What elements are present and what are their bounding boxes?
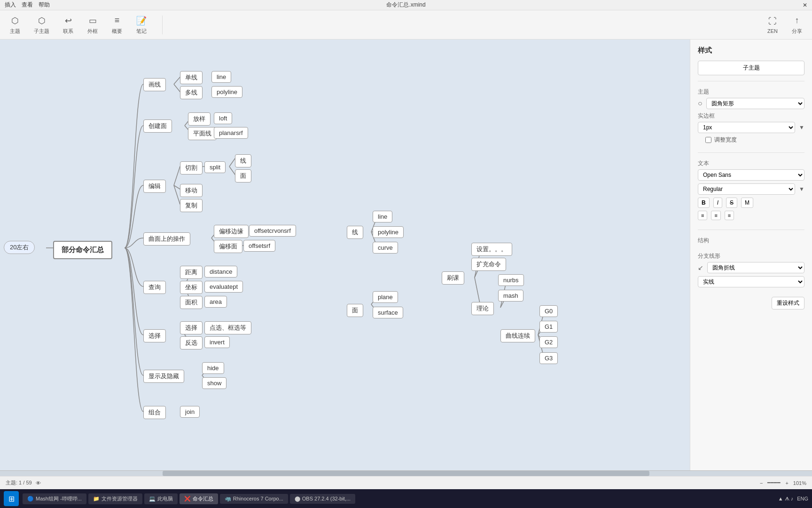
- node-mash[interactable]: mash: [498, 290, 523, 302]
- node-juli[interactable]: 距离: [180, 266, 203, 279]
- zoom-slider[interactable]: ━━━━: [767, 480, 781, 486]
- node-pianyi-mian[interactable]: 偏移面: [214, 240, 242, 253]
- node-huaxian[interactable]: 画线: [143, 78, 166, 91]
- node-nurbs[interactable]: nurbs: [498, 274, 524, 286]
- node-chuangjianmian[interactable]: 创建面: [143, 119, 172, 133]
- taskbar-item-explorer[interactable]: 📁 文件资源管理器: [88, 493, 142, 504]
- node-diankuang[interactable]: 点选、框选等: [204, 321, 251, 334]
- bold-button[interactable]: B: [698, 198, 710, 208]
- toolbar-share[interactable]: ↑ 分享: [791, 15, 803, 35]
- node-show[interactable]: show: [202, 377, 226, 389]
- align-center-button[interactable]: ≡: [711, 211, 720, 220]
- node-fanxuan[interactable]: 反选: [180, 336, 203, 349]
- node-shuke[interactable]: 刷课: [442, 271, 464, 285]
- taskbar-item-mypc[interactable]: 💻 此电脑: [144, 493, 178, 504]
- node-xian-edit[interactable]: 线: [235, 154, 251, 167]
- node-offsetsrf[interactable]: offsetsrf: [243, 240, 275, 252]
- node-danxian[interactable]: 单线: [180, 71, 203, 84]
- node-polyline1[interactable]: polyline: [211, 86, 242, 98]
- toolbar-zen[interactable]: ⛶ ZEN: [767, 16, 778, 34]
- italic-button[interactable]: I: [713, 198, 722, 208]
- node-pingmianxian[interactable]: 平面线: [188, 127, 217, 140]
- font-style-select[interactable]: Regular: [698, 183, 795, 195]
- scrollbar-thumb[interactable]: [163, 471, 650, 476]
- node-distance[interactable]: distance: [204, 266, 237, 278]
- taskbar-item-rhino[interactable]: 🦏 Rhinoceros 7 Corpo...: [220, 494, 288, 504]
- node-qiege[interactable]: 切割: [180, 161, 203, 175]
- node-qumian[interactable]: 曲面上的操作: [143, 232, 190, 246]
- adjust-width-checkbox[interactable]: [705, 137, 711, 143]
- node-area[interactable]: area: [204, 296, 227, 308]
- taskbar-item-mash[interactable]: 🔵 Mash组网 -哔哩哔...: [23, 493, 86, 504]
- titlebar-close[interactable]: ✕: [803, 2, 807, 8]
- subtopic-button[interactable]: 子主题: [698, 61, 804, 75]
- node-g1[interactable]: G1: [539, 321, 558, 333]
- node-curve-right[interactable]: curve: [373, 242, 398, 254]
- node-xuanze[interactable]: 选择: [143, 329, 166, 342]
- zoom-out-button[interactable]: −: [760, 480, 763, 486]
- line-style-select[interactable]: 实线: [698, 276, 804, 287]
- node-duoxian[interactable]: 多线: [180, 86, 203, 99]
- node-zuobiao[interactable]: 坐标: [180, 281, 203, 294]
- horizontal-scrollbar[interactable]: [0, 470, 812, 476]
- node-xianshi[interactable]: 显示及隐藏: [143, 370, 184, 383]
- node-mian-right[interactable]: 面: [347, 304, 363, 317]
- left-node[interactable]: 20左右: [4, 241, 35, 254]
- mindmap-canvas[interactable]: 部分命令汇总 20左右 画线 单线 line 多线 polyline 创建面: [0, 40, 690, 470]
- toolbar-frame[interactable]: ▭ 外框: [87, 15, 98, 35]
- menu-help[interactable]: 帮助: [39, 1, 50, 9]
- node-lilun[interactable]: 理论: [471, 302, 494, 315]
- zoom-in-button[interactable]: +: [785, 480, 788, 486]
- branch-shape-select[interactable]: 圆角折线: [707, 262, 804, 273]
- node-fuzhi[interactable]: 复制: [180, 199, 203, 212]
- node-hide[interactable]: hide: [202, 362, 224, 374]
- more-button[interactable]: M: [741, 198, 753, 208]
- menu-view[interactable]: 查看: [22, 1, 33, 9]
- taskbar-item-obs[interactable]: ⬤ OBS 27.2.4 (32-bit,...: [290, 494, 355, 504]
- node-xian-right[interactable]: 线: [347, 226, 363, 239]
- node-invert[interactable]: invert: [204, 336, 230, 348]
- node-mianji[interactable]: 面积: [180, 296, 203, 309]
- root-node[interactable]: 部分命令汇总: [53, 241, 112, 259]
- node-zuhe[interactable]: 组合: [143, 406, 166, 419]
- toolbar-subtopic[interactable]: ⬡ 子主题: [34, 15, 49, 35]
- node-chaxun[interactable]: 查询: [143, 281, 166, 294]
- toolbar-summary[interactable]: ≡ 概要: [111, 15, 123, 35]
- font-family-select[interactable]: Open Sans: [698, 169, 804, 181]
- node-plane[interactable]: plane: [373, 291, 398, 303]
- align-right-button[interactable]: ≡: [725, 211, 734, 220]
- menu-insert[interactable]: 插入: [5, 1, 16, 9]
- node-evaluatept[interactable]: evaluatept: [204, 281, 243, 293]
- start-button[interactable]: ⊞: [4, 491, 19, 506]
- node-xuanze-sub[interactable]: 选择: [180, 321, 203, 334]
- taskbar-item-xmind[interactable]: ❌ 命令汇总: [180, 493, 218, 504]
- border-width-select[interactable]: 1px: [698, 122, 795, 133]
- strikethrough-button[interactable]: S: [726, 198, 737, 208]
- node-yidong[interactable]: 移动: [180, 184, 203, 197]
- node-g2[interactable]: G2: [539, 336, 558, 348]
- node-bianji[interactable]: 编辑: [143, 180, 166, 193]
- topic-shape-select[interactable]: 圆角矩形: [706, 98, 804, 109]
- node-fangyong[interactable]: 放样: [188, 112, 211, 126]
- node-join[interactable]: join: [180, 406, 200, 418]
- node-line1[interactable]: line: [211, 71, 231, 83]
- node-shezhi[interactable]: 设置。。。: [471, 243, 512, 256]
- node-polyline-right[interactable]: polyline: [373, 226, 404, 238]
- node-offsetcrvonsrf[interactable]: offsetcrvonsrf: [249, 225, 296, 237]
- node-line-right[interactable]: line: [373, 211, 392, 222]
- node-loft[interactable]: loft: [214, 112, 232, 124]
- align-left-button[interactable]: ≡: [698, 211, 707, 220]
- node-planarsrf[interactable]: planarsrf: [214, 127, 248, 139]
- node-kuochong[interactable]: 扩充命令: [471, 258, 506, 271]
- node-mian-edit[interactable]: 面: [235, 169, 251, 183]
- node-g3[interactable]: G3: [539, 352, 558, 364]
- toolbar-notes[interactable]: 📝 笔记: [136, 15, 147, 35]
- toolbar-link[interactable]: ↩ 联系: [62, 15, 74, 35]
- reset-style-button[interactable]: 重设样式: [772, 297, 804, 310]
- node-surface[interactable]: surface: [373, 307, 403, 318]
- node-pianyi-bianyuan[interactable]: 偏移边缘: [214, 225, 249, 238]
- node-split[interactable]: split: [204, 161, 226, 173]
- node-g0[interactable]: G0: [539, 305, 558, 317]
- node-quxian[interactable]: 曲线连续: [500, 329, 535, 342]
- toolbar-topic[interactable]: ⬡ 主题: [9, 15, 21, 35]
